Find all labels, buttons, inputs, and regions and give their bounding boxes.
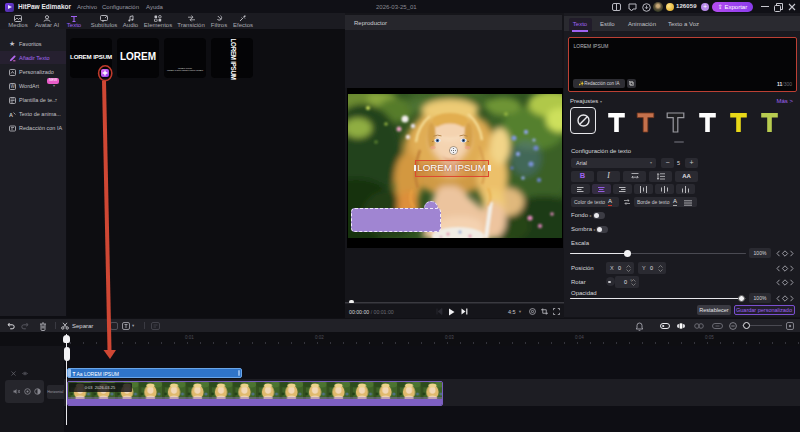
svg-text:W: W xyxy=(11,84,16,89)
svg-text:A: A xyxy=(9,111,13,117)
